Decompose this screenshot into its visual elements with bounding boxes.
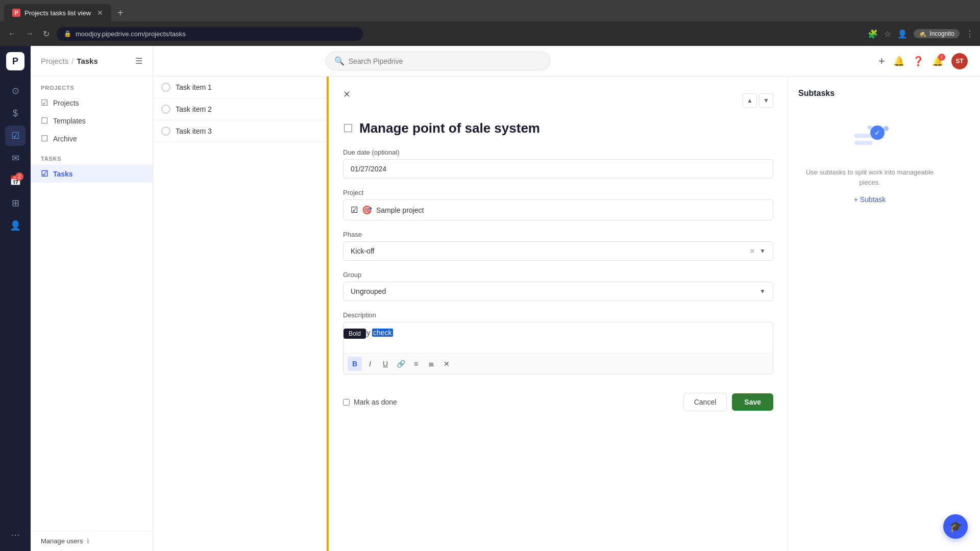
- sidebar-icon-contacts[interactable]: 👤: [5, 215, 26, 236]
- project-emoji-icon: 🎯: [362, 205, 372, 215]
- mark-done-checkbox[interactable]: [343, 399, 350, 406]
- lock-icon: 🔒: [64, 30, 71, 37]
- menu-icon[interactable]: ⋮: [966, 29, 974, 39]
- task-list-text-2: Task item 2: [176, 105, 212, 113]
- left-nav-header: Projects / Tasks ☰: [31, 46, 153, 77]
- project-value: Sample project: [376, 206, 424, 214]
- due-date-label: Due date (optional): [343, 148, 773, 156]
- footer-actions: Cancel Save: [683, 393, 773, 411]
- sidebar-item-tasks[interactable]: ☑ Tasks: [31, 165, 153, 183]
- active-tab[interactable]: P Projects tasks list view ✕: [4, 4, 111, 21]
- bullet-list-button[interactable]: ≡: [409, 357, 423, 371]
- sidebar-icon-reports[interactable]: ⊞: [5, 193, 26, 213]
- browser-tabs: P Projects tasks list view ✕ +: [0, 0, 980, 21]
- hamburger-menu[interactable]: ☰: [135, 56, 142, 66]
- bold-button[interactable]: B: [348, 357, 362, 371]
- manage-users-label: Manage users: [41, 537, 83, 545]
- new-tab-button[interactable]: +: [113, 7, 128, 19]
- help-icon[interactable]: ❓: [913, 56, 924, 67]
- next-task-button[interactable]: ▼: [759, 93, 773, 108]
- manage-users-link[interactable]: Manage users ℹ: [31, 531, 153, 551]
- phase-select[interactable]: Kick-off ✕ ▼: [343, 241, 773, 261]
- due-date-input[interactable]: [343, 159, 773, 179]
- ordered-list-button[interactable]: ≣: [424, 357, 438, 371]
- tasks-nav-label: Tasks: [53, 170, 73, 178]
- sidebar-icon-more[interactable]: ⋯: [5, 524, 26, 545]
- task-title-icon: ☐: [343, 122, 353, 135]
- extensions-icon[interactable]: 🧩: [868, 29, 878, 39]
- clear-format-button[interactable]: ✕: [439, 357, 454, 371]
- subtasks-svg: ✓: [844, 118, 895, 159]
- incognito-badge: 🕵 Incognito: [914, 29, 960, 38]
- italic-button[interactable]: I: [363, 357, 377, 371]
- subtasks-illustration: ✓: [844, 118, 895, 159]
- left-nav: Projects / Tasks ☰ PROJECTS ☑ Projects ☐…: [31, 46, 153, 551]
- refresh-button[interactable]: ↻: [41, 27, 52, 41]
- cancel-button[interactable]: Cancel: [683, 393, 727, 411]
- profile-icon[interactable]: 👤: [897, 29, 908, 39]
- project-field: Project ☑ 🎯 Sample project: [343, 189, 773, 220]
- sidebar-item-templates[interactable]: ☐ Templates: [31, 112, 153, 130]
- add-button[interactable]: +: [878, 55, 885, 68]
- description-bold-text: check: [372, 329, 393, 337]
- list-item[interactable]: Task item 2: [153, 98, 326, 120]
- sidebar-icon-mail[interactable]: ✉: [5, 148, 26, 168]
- phase-clear-icon[interactable]: ✕: [749, 247, 755, 255]
- phase-arrow-icon: ▼: [760, 247, 766, 255]
- save-button[interactable]: Save: [732, 393, 773, 411]
- templates-nav-icon: ☐: [41, 116, 48, 126]
- task-radio-2[interactable]: [161, 105, 170, 114]
- app-logo[interactable]: P: [6, 52, 24, 70]
- phase-select-actions: ✕ ▼: [749, 247, 766, 255]
- phase-value: Kick-off: [351, 247, 374, 255]
- add-subtask-button[interactable]: + Subtask: [854, 195, 886, 204]
- support-button[interactable]: 🎓: [943, 514, 968, 539]
- bold-tooltip: Bold: [344, 329, 366, 339]
- sidebar-icon-home[interactable]: ⊙: [5, 81, 26, 101]
- url-text: moodjoy.pipedrive.com/projects/tasks: [76, 30, 186, 38]
- support-icon: 🎓: [949, 520, 962, 533]
- svg-text:✓: ✓: [874, 129, 880, 137]
- address-bar[interactable]: 🔒 moodjoy.pipedrive.com/projects/tasks: [57, 27, 363, 41]
- forward-button[interactable]: →: [23, 27, 36, 40]
- bookmark-icon[interactable]: ☆: [884, 29, 891, 39]
- underline-button[interactable]: U: [378, 357, 393, 371]
- description-box: Kindly check Bold B I U 🔗 ≡ ≣ ✕: [343, 322, 773, 374]
- breadcrumb-parent[interactable]: Projects: [41, 57, 68, 65]
- browser-nav-actions: 🧩 ☆ 👤 🕵 Incognito ⋮: [868, 29, 974, 39]
- search-bar[interactable]: 🔍: [326, 52, 550, 70]
- project-input[interactable]: ☑ 🎯 Sample project: [343, 199, 773, 220]
- list-item[interactable]: Task item 1: [153, 77, 326, 98]
- search-input[interactable]: [349, 57, 542, 65]
- subtasks-panel: Subtasks ✓: [788, 77, 951, 551]
- task-radio-1[interactable]: [161, 83, 170, 92]
- group-select[interactable]: Ungrouped ▼: [343, 282, 773, 301]
- notifications-icon[interactable]: 🔔: [893, 56, 904, 67]
- sidebar-icon-projects[interactable]: ☑: [5, 126, 26, 146]
- group-field: Group Ungrouped ▼: [343, 271, 773, 301]
- group-label: Group: [343, 271, 773, 279]
- breadcrumb: Projects / Tasks: [41, 57, 98, 65]
- task-list-text-3: Task item 3: [176, 127, 212, 135]
- projects-nav-label: Projects: [53, 99, 79, 107]
- user-avatar[interactable]: ST: [951, 53, 968, 69]
- info-icon: ℹ: [87, 537, 89, 545]
- group-value: Ungrouped: [351, 287, 386, 295]
- list-item[interactable]: Task item 3: [153, 120, 326, 142]
- sidebar-icon-deals[interactable]: $: [5, 103, 26, 123]
- close-task-button[interactable]: ✕: [343, 89, 351, 100]
- sidebar-item-projects[interactable]: ☑ Projects: [31, 94, 153, 112]
- task-radio-3[interactable]: [161, 127, 170, 136]
- subtasks-empty: ✓ Use subtasks to split work into manage…: [798, 108, 941, 214]
- back-button[interactable]: ←: [6, 27, 18, 40]
- task-detail: ✕ ▲ ▼ ☐ Manage point of sale system Due …: [329, 77, 980, 551]
- prev-task-button[interactable]: ▲: [743, 93, 757, 108]
- link-button[interactable]: 🔗: [394, 357, 408, 371]
- archive-nav-label: Archive: [53, 135, 77, 143]
- sidebar-icon-activities[interactable]: 📅 2: [5, 170, 26, 191]
- bell-icon[interactable]: 🔔 !: [932, 56, 943, 67]
- description-content[interactable]: Kindly check Bold: [344, 322, 773, 353]
- tab-close-btn[interactable]: ✕: [97, 9, 103, 17]
- sidebar-item-archive[interactable]: ☐ Archive: [31, 130, 153, 147]
- phase-field: Phase Kick-off ✕ ▼: [343, 231, 773, 261]
